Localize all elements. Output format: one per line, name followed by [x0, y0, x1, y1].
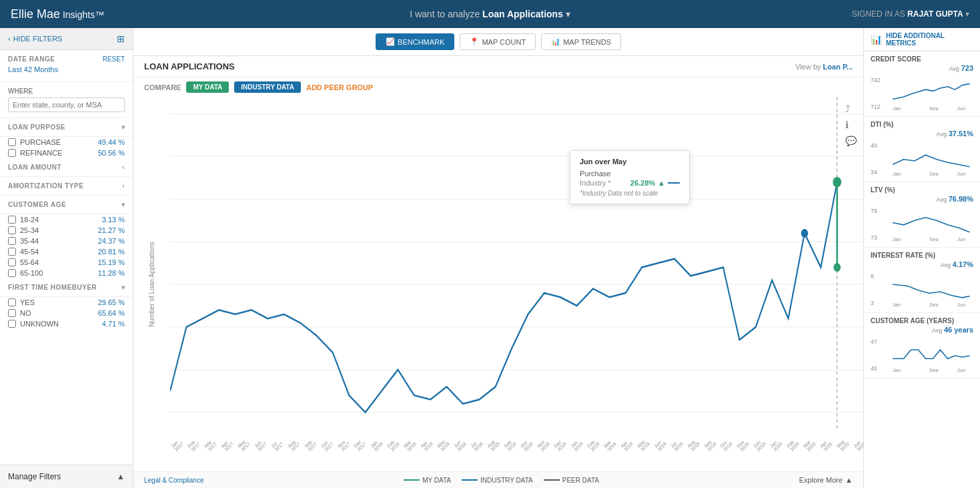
where-input[interactable]: [8, 97, 125, 112]
my-data-button[interactable]: MY DATA: [186, 81, 229, 93]
top-nav: Ellie Mae Insights™ I want to analyze Lo…: [0, 0, 980, 28]
fth-yes-checkbox[interactable]: [8, 298, 16, 306]
x-label: Mar2020: [803, 440, 817, 452]
logo: Ellie Mae Insights™: [11, 7, 104, 21]
x-label: Apr2020: [819, 440, 833, 452]
x-label: Jun2017: [254, 440, 268, 452]
first-time-homebuyer-chevron-icon: ▾: [121, 284, 125, 291]
chart-title: LOAN APPLICATIONS: [144, 61, 235, 71]
ltv-title: LTV (%): [871, 186, 973, 194]
amortization-type-header[interactable]: AMORTIZATION TYPE ‹: [0, 177, 133, 196]
dti-avg: Avg 37.51%: [871, 130, 973, 138]
sidebar: ‹ HIDE FILTERS ⊞ DATE RANGE RESET Last 4…: [0, 28, 133, 488]
tooltip-purchase-row: Purchase: [580, 170, 680, 178]
age-65-100: 65-100 11.28 %: [0, 268, 133, 278]
chart-svg: 2 1.8 1.6 1.4 1.2 1 0.8 0.6: [170, 97, 863, 438]
user-dropdown-icon[interactable]: ▾: [965, 9, 969, 19]
ltv-avg: Avg 76.98%: [871, 195, 973, 203]
credit-score-title: CREDIT SCORE: [871, 55, 973, 63]
loan-purpose-header[interactable]: LOAN PURPOSE ▾: [0, 118, 133, 137]
map-count-tab[interactable]: 📍 MAP COUNT: [460, 33, 536, 50]
first-time-homebuyer-header[interactable]: FIRST TIME HOMEBUYER ▾: [0, 278, 133, 297]
tooltip-purchase-label: Purchase: [580, 170, 610, 178]
interest-rate-card: INTEREST RATE (%) Avg 4.17% 6 3 Jan Sep …: [864, 248, 980, 313]
age-55-64-pct: 15.19 %: [98, 258, 125, 266]
svg-text:34: 34: [871, 169, 877, 176]
manage-filters-button[interactable]: Manage Filters ▲: [0, 465, 133, 488]
x-label: Jul2017: [270, 440, 284, 452]
svg-text:Jun: Jun: [957, 105, 965, 110]
explore-more-button[interactable]: Explore More ▲: [799, 476, 853, 484]
view-by-value[interactable]: Loan P...: [823, 63, 853, 71]
svg-text:Jan: Jan: [893, 105, 901, 110]
x-label: Nov2017: [337, 440, 351, 452]
purchase-checkbox[interactable]: [8, 138, 16, 146]
loan-amount-header[interactable]: LOAN AMOUNT ‹: [0, 158, 133, 177]
age-18-24-pct: 3.13 %: [102, 216, 125, 224]
credit-score-avg: Avg 723: [871, 64, 973, 72]
x-label: Jan2018: [370, 440, 384, 452]
right-panel: 📊 HIDE ADDITIONAL METRICS CREDIT SCORE A…: [863, 28, 980, 488]
svg-text:Jan: Jan: [893, 367, 901, 372]
age-45-54: 45-54 20.81 %: [0, 246, 133, 257]
x-label: Feb2017: [187, 440, 201, 452]
age-65-100-checkbox[interactable]: [8, 269, 16, 277]
chart-header: LOAN APPLICATIONS View by Loan P...: [133, 56, 863, 77]
age-45-54-checkbox[interactable]: [8, 248, 16, 256]
tooltip-note: *Industry Data not to scale: [580, 190, 680, 197]
industry-data-button[interactable]: INDUSTRY DATA: [234, 81, 301, 93]
legend-industry-data-label: INDUSTRY DATA: [480, 477, 533, 484]
x-label: Oct2019: [719, 440, 733, 452]
date-range-value[interactable]: Last 42 Months: [8, 65, 125, 73]
x-label: Apr2017: [220, 440, 234, 452]
explore-more-label: Explore More: [799, 476, 843, 484]
age-18-24-checkbox[interactable]: [8, 216, 16, 224]
loan-purpose-purchase: PURCHASE 49.44 %: [0, 137, 133, 148]
dti-card: DTI (%) Avg 37.51% 40 34 Jan Sep Jun: [864, 117, 980, 182]
customer-age-header[interactable]: CUSTOMER AGE ▾: [0, 196, 133, 214]
comment-icon[interactable]: 💬: [845, 136, 857, 146]
industry-data-legend-line: [462, 479, 478, 481]
tooltip-industry-label: Industry *: [580, 179, 610, 187]
age-18-24: 18-24 3.13 %: [0, 214, 133, 225]
reset-button[interactable]: RESET: [103, 55, 125, 63]
metrics-bar-icon: 📊: [871, 34, 882, 45]
svg-text:45: 45: [871, 365, 877, 372]
hide-metrics-button[interactable]: HIDE ADDITIONAL METRICS: [886, 32, 973, 47]
customer-age-chart: 47 45 Jan Sep Jun: [871, 335, 973, 372]
loan-amount-title: LOAN AMOUNT: [8, 164, 61, 171]
info-icon[interactable]: ℹ: [845, 119, 857, 130]
share-icon[interactable]: ⤴: [845, 103, 857, 114]
x-label: Jun2019: [653, 440, 667, 452]
amortization-type-title: AMORTIZATION TYPE: [8, 182, 83, 190]
svg-text:79: 79: [871, 208, 877, 214]
age-25-34: 25-34 21.27 %: [0, 225, 133, 236]
x-label: Sep2017: [304, 440, 318, 452]
legal-compliance-link[interactable]: Legal & Compliance: [144, 477, 204, 484]
toolbar: 📈 BENCHMARK 📍 MAP COUNT 📊 MAP TRENDS: [133, 28, 863, 56]
user-name[interactable]: RAJAT GUPTA: [907, 9, 963, 19]
analyze-subject[interactable]: Loan Applications: [482, 9, 563, 19]
age-45-54-label: 45-54: [20, 248, 39, 256]
x-label: Feb2020: [786, 440, 800, 452]
manage-filters-chevron-icon: ▲: [117, 472, 125, 481]
fth-no-checkbox[interactable]: [8, 309, 16, 317]
analyze-center: I want to analyze Loan Applications ▾: [410, 9, 570, 19]
benchmark-tab[interactable]: 📈 BENCHMARK: [376, 33, 454, 50]
chevron-left-icon: ‹: [8, 35, 11, 43]
interest-rate-avg: Avg 4.17%: [871, 260, 973, 268]
dropdown-arrow-icon[interactable]: ▾: [566, 9, 570, 19]
fth-unknown-checkbox[interactable]: [8, 320, 16, 328]
map-trends-tab[interactable]: 📊 MAP TRENDS: [541, 33, 621, 50]
age-55-64-checkbox[interactable]: [8, 258, 16, 266]
x-label: Jul2019: [670, 440, 684, 452]
age-35-44-checkbox[interactable]: [8, 237, 16, 245]
svg-text:Jun: Jun: [957, 302, 965, 306]
x-label: Mar2019: [603, 440, 617, 452]
svg-text:Jun: Jun: [957, 367, 965, 372]
x-label: Oct2018: [520, 440, 534, 452]
add-peer-group-button[interactable]: ADD PEER GROUP: [306, 83, 373, 91]
refinance-checkbox[interactable]: [8, 149, 16, 157]
age-25-34-checkbox[interactable]: [8, 226, 16, 234]
hide-filters-button[interactable]: ‹ HIDE FILTERS: [8, 35, 62, 43]
